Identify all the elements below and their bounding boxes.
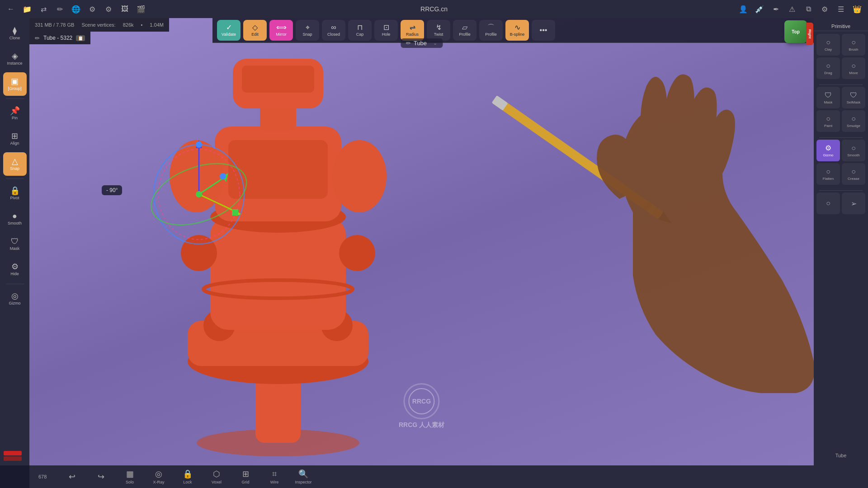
sidebar-item-instance[interactable]: ◈ Instance (3, 47, 27, 70)
solo-button[interactable]: ▦ Solo (121, 469, 139, 484)
back-icon[interactable]: ← (5, 3, 17, 15)
tool-brush[interactable]: ○ Brush (842, 34, 865, 56)
radius-button[interactable]: ⇌ Radius (401, 20, 424, 41)
menu-icon[interactable]: ☰ (835, 3, 847, 15)
cube-right-face[interactable]: Right (806, 23, 813, 45)
lock-icon: 🔒 (183, 469, 193, 479)
grid-button[interactable]: ⊞ Grid (236, 469, 255, 484)
cube-right-label: Right (808, 29, 812, 38)
tool-move[interactable]: ○ Move (842, 57, 865, 79)
bottom-bar: 678 ↩ ↪ ▦ Solo ◎ X-Ray 🔒 Lock ⬡ Voxel ⊞ … (29, 465, 868, 488)
redo-button[interactable]: ↪ (92, 472, 110, 482)
xray-button[interactable]: ◎ X-Ray (150, 469, 168, 484)
share-icon[interactable]: ⇄ (37, 3, 50, 15)
tool-smooth[interactable]: ○ Smooth (842, 140, 865, 161)
closed-icon: ∞ (331, 24, 336, 31)
tool-drag[interactable]: ○ Drag (816, 57, 840, 79)
sidebar-item-group[interactable]: ▣ [Group] (3, 72, 27, 96)
cap-button[interactable]: ⊓ Cap (348, 20, 372, 41)
user-icon[interactable]: 👑 (851, 3, 863, 15)
layers-icon[interactable]: ⧉ (802, 3, 815, 15)
tool-mask[interactable]: 🛡 Mask (816, 87, 840, 108)
sidebar-item-smooth[interactable]: ● Smooth (3, 207, 27, 230)
globe-icon[interactable]: 🌐 (70, 3, 82, 15)
wire-icon: ⌗ (272, 469, 277, 479)
bspline-button[interactable]: ∿ B-spline (505, 20, 529, 41)
sidebar-item-mask[interactable]: 🛡 Mask (3, 232, 27, 256)
sidebar-item-align[interactable]: ⊞ Align (3, 127, 27, 150)
folder-icon[interactable]: 📁 (21, 3, 33, 15)
tool-clay[interactable]: ○ Clay (816, 34, 840, 56)
edit-button[interactable]: ◇ Edit (243, 20, 267, 41)
validate-icon: ✓ (226, 24, 232, 31)
wire-button[interactable]: ⌗ Wire (265, 469, 283, 484)
right-crease-icon: ○ (851, 168, 856, 176)
snap-opt-icon: ⌖ (306, 24, 310, 31)
config-icon[interactable]: ⚙ (818, 3, 831, 15)
hole-icon: ⊡ (383, 24, 389, 31)
lock-button[interactable]: 🔒 Lock (179, 469, 197, 484)
tool-flatten[interactable]: ○ Flatten (816, 163, 840, 185)
eyedropper-icon[interactable]: 💉 (753, 3, 766, 15)
sidebar-item-pin[interactable]: 📌 Pin (3, 102, 27, 125)
svg-rect-15 (242, 66, 314, 93)
mirror-button[interactable]: ⟺ Mirror (269, 20, 293, 41)
tool-selmask[interactable]: 🛡 SelMask (842, 87, 865, 108)
inspector-button[interactable]: 🔍 Inspector (294, 469, 312, 484)
right-panel-title: Primitive (814, 22, 868, 31)
profile1-button[interactable]: ▱ Profile (453, 20, 476, 41)
inspector-icon: 🔍 (298, 469, 308, 479)
tube-label-center: ✏ Tube ⌄ (401, 38, 443, 48)
sidebar-item-pivot[interactable]: 🔒 Pivot (3, 182, 27, 205)
pen2-icon[interactable]: ✒ (769, 3, 782, 15)
image-icon[interactable]: 🖼 (118, 3, 131, 15)
mask-icon: 🛡 (11, 237, 19, 245)
svg-line-24 (199, 194, 237, 212)
hole-button[interactable]: ⊡ Hole (374, 20, 398, 41)
right-gizmo-icon: ⚙ (825, 144, 831, 152)
pen-icon[interactable]: ✏ (53, 3, 66, 15)
video-icon[interactable]: 🎬 (135, 3, 147, 15)
sidebar-item-gizmo[interactable]: ◎ Gizmo (3, 287, 27, 310)
svg-text:RRCG: RRCG (412, 398, 431, 405)
settings-icon[interactable]: ⚙ (86, 3, 99, 15)
tool-extra1[interactable]: ○ (816, 192, 840, 214)
svg-point-12 (332, 140, 387, 212)
sidebar-item-clone[interactable]: ⧫ Clone (3, 22, 27, 45)
tool-smudge[interactable]: ○ Smudge (842, 110, 865, 132)
right-selmask-icon: 🛡 (850, 91, 857, 99)
sidebar-item-snap[interactable]: △ Snap (3, 152, 27, 176)
profile-icon[interactable]: 👤 (737, 3, 750, 15)
tube-right-label: Tube (814, 449, 868, 462)
left-toolbar: ⧫ Clone ◈ Instance ▣ [Group] 📌 Pin ⊞ Ali… (0, 18, 29, 465)
tool-crease[interactable]: ○ Crease (842, 163, 865, 185)
tool-paint[interactable]: ○ Paint (816, 110, 840, 132)
app-title: RRCG.cn (420, 5, 448, 13)
angle-display: - 90° (102, 185, 122, 195)
warning-icon[interactable]: ⚠ (786, 3, 798, 15)
brush-color-red[interactable] (4, 451, 22, 455)
vertices-count: 826k (123, 22, 134, 28)
clay-icon: ○ (826, 38, 830, 47)
tool-gizmo[interactable]: ⚙ Gizmo (816, 140, 840, 161)
brush-color-swatches (4, 451, 22, 461)
voxel-button[interactable]: ⬡ Voxel (208, 469, 226, 484)
svg-point-28 (196, 191, 202, 197)
main-viewport[interactable]: - 90° (29, 18, 814, 465)
more-button[interactable]: ••• (532, 20, 555, 41)
undo-button[interactable]: ↩ (63, 472, 81, 482)
twist-button[interactable]: ↯ Twist (427, 20, 450, 41)
separator3 (6, 284, 24, 284)
snap-opt-button[interactable]: ⌖ Snap (296, 20, 319, 41)
brush-color-dark-red[interactable] (4, 456, 22, 461)
gear2-icon[interactable]: ⚙ (102, 3, 115, 15)
separator2 (6, 178, 24, 179)
cube-top-face[interactable]: Top (784, 20, 807, 43)
sidebar-item-hide[interactable]: ⚙ Hide (3, 258, 27, 281)
validate-button[interactable]: ✓ Validate (217, 20, 241, 41)
right-paint-icon: ○ (826, 115, 830, 123)
view-cube[interactable]: Top Right (784, 20, 811, 47)
profile2-button[interactable]: ⌒ Profile (479, 20, 503, 41)
tool-extra2[interactable]: ➢ (842, 192, 865, 214)
closed-button[interactable]: ∞ Closed (322, 20, 345, 41)
